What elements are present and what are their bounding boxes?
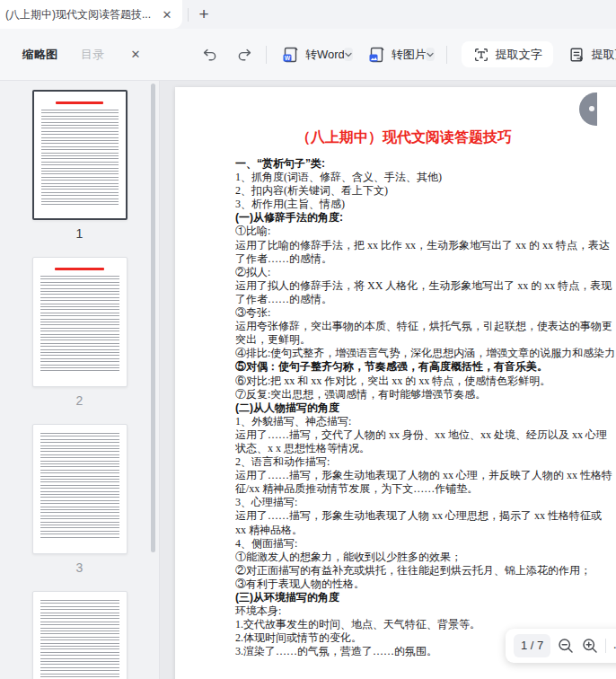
thumbnail-text-lines bbox=[40, 600, 119, 679]
document-line: 突出，更鲜明。 bbox=[235, 333, 615, 347]
extract-page-button[interactable]: 提取页面 bbox=[568, 46, 616, 64]
thumbnail-page[interactable] bbox=[32, 90, 128, 220]
document-line: xx 精神品格。 bbox=[235, 524, 615, 537]
svg-text:W: W bbox=[285, 55, 291, 61]
convert-to-word-button[interactable]: W 转Word bbox=[281, 46, 345, 64]
tab-bar: (八上期中)现代文阅读答题技... ✕ + bbox=[0, 0, 616, 29]
document-line: 环境本身: bbox=[235, 604, 615, 618]
new-tab-button[interactable]: + bbox=[189, 4, 219, 25]
document-line: 1、外貌描写、神态描写: bbox=[235, 415, 615, 428]
zoom-out-icon[interactable] bbox=[557, 637, 575, 655]
document-title: （八上期中）现代文阅读答题技巧 bbox=[175, 128, 616, 147]
document-line: ①比喻: bbox=[235, 225, 615, 238]
document-line: 2、扣内容(析关键词、看上下文) bbox=[235, 184, 615, 198]
document-line: 3、心理描写: bbox=[235, 496, 615, 509]
thumbnail-text-lines bbox=[41, 110, 119, 207]
controls-divider bbox=[605, 639, 606, 653]
thumbnail-mini-title bbox=[55, 268, 104, 270]
sidebar-close-icon[interactable]: ✕ bbox=[126, 45, 145, 65]
extract-text-button[interactable]: 提取文字 bbox=[462, 41, 553, 67]
document-line: (二)从人物描写的角度 bbox=[235, 401, 615, 415]
document-page: （八上期中）现代文阅读答题技巧 一、“赏析句子”类:1、抓角度(词语、修辞、含义… bbox=[175, 87, 616, 679]
tab-title: (八上期中)现代文阅读答题技... bbox=[5, 7, 157, 22]
toolbar-strip: 缩略图 目录 ✕ W 转Word 转图片 bbox=[0, 29, 616, 81]
document-body: 一、“赏析句子”类:1、抓角度(词语、修辞、含义、手法、其他)2、扣内容(析关键… bbox=[175, 157, 616, 658]
document-line: 3、析作用(主旨、情感) bbox=[235, 198, 615, 211]
tab-thumbnails[interactable]: 缩略图 bbox=[22, 47, 57, 63]
pdf-reader-window: { "window": { "tab_title": "(八上期中)现代文阅读答… bbox=[0, 0, 616, 679]
more-options-button[interactable]: ··· bbox=[612, 639, 616, 654]
document-line: 了作者……的感情。 bbox=[235, 252, 615, 266]
main-toolbar: W 转Word 转图片 提取文字 提取页面 bbox=[160, 41, 616, 67]
thumbnail-sidebar: 123 bbox=[0, 81, 160, 679]
document-line: ③夸张: bbox=[235, 306, 615, 320]
undo-icon[interactable] bbox=[199, 46, 217, 64]
page-controls: 1 / 7 ··· bbox=[506, 629, 616, 663]
thumbnail-page[interactable] bbox=[32, 257, 128, 387]
document-line: ⑥对比:把 xx 和 xx 作对比，突出 xx 的 xx 特点，使感情色彩鲜明。 bbox=[235, 375, 615, 388]
thumbnail-page[interactable] bbox=[32, 424, 128, 554]
thumbnail-page[interactable] bbox=[32, 591, 128, 679]
document-line: 状态、x x 思想性格等情况。 bbox=[235, 442, 615, 455]
document-line: 征/xx 精神品质推动情节发展，为下文……作铺垫。 bbox=[235, 482, 615, 496]
document-line: ⑦反复:突出思想，强调感情，有时能够增强节奏感。 bbox=[235, 388, 615, 401]
document-tab[interactable]: (八上期中)现代文阅读答题技... ✕ bbox=[0, 0, 182, 29]
extract-text-icon bbox=[472, 46, 490, 64]
page-indicator[interactable]: 1 / 7 bbox=[514, 634, 550, 657]
convert-to-word-label: 转Word bbox=[305, 47, 345, 63]
thumbnail-text-lines bbox=[40, 433, 119, 539]
word-file-icon: W bbox=[281, 46, 299, 64]
thumbnail-mini-title bbox=[56, 101, 103, 104]
document-line: 4、侧面描写: bbox=[235, 537, 615, 551]
thumbnail-text-lines bbox=[40, 276, 119, 374]
convert-to-image-label: 转图片 bbox=[392, 47, 427, 63]
zoom-in-icon[interactable] bbox=[581, 637, 599, 655]
document-viewport: （八上期中）现代文阅读答题技巧 一、“赏析句子”类:1、抓角度(词语、修辞、含义… bbox=[160, 81, 616, 679]
extract-page-icon bbox=[568, 46, 585, 64]
document-line: 一、“赏析句子”类: bbox=[235, 157, 615, 171]
convert-to-image-button[interactable]: 转图片 bbox=[367, 46, 427, 64]
thumbnail-item[interactable]: 1 bbox=[32, 90, 128, 242]
document-line: 运用了比喻的修辞手法，把 xx 比作 xx，生动形象地写出了 xx 的 xx 特… bbox=[235, 239, 615, 252]
extract-text-label: 提取文字 bbox=[496, 47, 542, 63]
document-line: 运用了……描写，交代了人物的 xx 身份、xx 地位、xx 处境、经历以及 xx… bbox=[235, 428, 615, 442]
document-line: 运用夸张修辞，突出事物的本质、特征，烘托气氛，引起联想，使表达的事物更 bbox=[235, 320, 615, 333]
document-line: ③有利于表现人物的性格。 bbox=[235, 578, 615, 591]
thumbnail-item[interactable]: 2 bbox=[32, 257, 128, 409]
thumbnail-page-number: 3 bbox=[32, 560, 128, 576]
document-line: ④排比:使句式整齐，增强语言气势，深化思想内涵，增强文章的说服力和感染力。 bbox=[235, 347, 615, 360]
image-dropdown-chevron-icon[interactable] bbox=[426, 48, 435, 61]
document-line: 运用了……描写，形象生动地表现了人物 xx 心理思想，揭示了 xx 性格特征或 bbox=[235, 509, 615, 523]
tab-outline[interactable]: 目录 bbox=[81, 47, 104, 63]
thumbnail-list: 123 bbox=[0, 81, 159, 679]
extract-page-label: 提取页面 bbox=[592, 47, 616, 63]
document-line: 运用了……描写，形象生动地表现了人物的 xx 心理，并反映了人物的 xx 性格特 bbox=[235, 469, 615, 482]
tab-close-icon[interactable]: ✕ bbox=[157, 4, 177, 24]
document-line: (一)从修辞手法的角度: bbox=[235, 211, 615, 225]
document-line: ②拟人: bbox=[235, 266, 615, 279]
thumbnail-item[interactable] bbox=[32, 591, 128, 679]
document-line: ①能激发人的想象力，能收到以少胜多的效果； bbox=[235, 551, 615, 564]
document-line: 了作者……的感情。 bbox=[235, 293, 615, 306]
document-line: 1、抓角度(词语、修辞、含义、手法、其他) bbox=[235, 171, 615, 184]
word-dropdown-chevron-icon[interactable] bbox=[344, 48, 353, 61]
document-line: (三)从环境描写的角度 bbox=[235, 591, 615, 604]
sidebar-scrollbar[interactable] bbox=[151, 84, 155, 552]
document-line: ②对正面描写的有益补充或烘托，往往能起到烘云托月、锦上添花的作用； bbox=[235, 564, 615, 578]
image-file-icon bbox=[367, 46, 385, 64]
toolbar-divider bbox=[446, 46, 447, 64]
document-line: ⑤对偶：使句子整齐匀称，节奏感强，有高度概括性，有音乐美。 bbox=[235, 360, 615, 374]
thumbnail-page-number: 1 bbox=[32, 226, 128, 242]
document-line: 运用了拟人的修辞手法，将 XX 人格化，生动形象地写出了 xx 的 xx 特点，… bbox=[235, 279, 615, 293]
toolbar-divider bbox=[266, 46, 267, 64]
thumbnail-item[interactable]: 3 bbox=[32, 424, 128, 576]
redo-icon[interactable] bbox=[236, 46, 254, 64]
sidebar-header: 缩略图 目录 ✕ bbox=[0, 45, 160, 65]
document-line: 2、语言和动作描写: bbox=[235, 455, 615, 469]
thumbnail-page-number: 2 bbox=[32, 393, 128, 409]
